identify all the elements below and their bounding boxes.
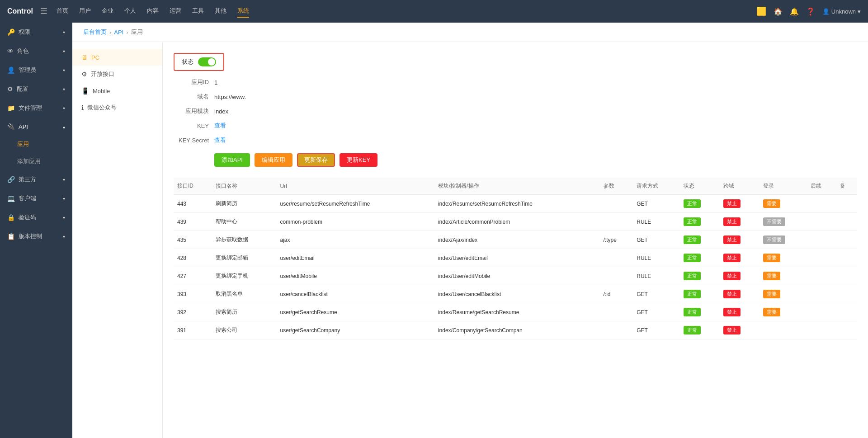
edit-app-button[interactable]: 编辑应用 — [255, 153, 292, 167]
sidebar-item-permissions[interactable]: 🔑 权限 ▾ — [0, 23, 72, 42]
form-value-module: index — [214, 108, 228, 115]
sidebar-item-role[interactable]: 👁 角色 ▾ — [0, 42, 72, 61]
sidebar-item-thirdparty[interactable]: 🔗 第三方 ▾ — [0, 170, 72, 189]
form-row-keysecret: KEY Secret 查看 — [174, 136, 857, 144]
cell-id: 392 — [174, 303, 212, 321]
bell-icon[interactable]: 🔔 — [790, 7, 799, 16]
nav-system[interactable]: 系统 — [237, 5, 249, 18]
sidebar-label-admin: 管理员 — [19, 66, 36, 74]
left-panel-mobile[interactable]: 📱 Mobile — [72, 83, 162, 99]
cell-method: RULE — [633, 267, 680, 285]
cell-login: 不需要 — [760, 213, 807, 231]
help-icon[interactable]: ❓ — [806, 7, 815, 16]
cell-param — [600, 213, 633, 231]
cell-followup — [807, 321, 836, 339]
cell-url: user/editEmail — [277, 249, 434, 267]
table-row: 393 取消黑名单 user/cancelBlacklist index/Use… — [174, 285, 857, 303]
nav-enterprise[interactable]: 企业 — [102, 5, 113, 18]
home-icon[interactable]: 🏠 — [774, 7, 783, 16]
cell-followup — [807, 195, 836, 213]
table-row: 427 更换绑定手机 user/editMobile index/User/ed… — [174, 267, 857, 285]
breadcrumb-api[interactable]: API — [114, 29, 123, 36]
table-row: 443 刷新简历 user/resume/setResumeRefreshTim… — [174, 195, 857, 213]
nav-user[interactable]: 用户 — [79, 5, 91, 18]
cell-id: 435 — [174, 231, 212, 249]
cell-cross: 禁止 — [720, 249, 760, 267]
sidebar-item-files[interactable]: 📁 文件管理 ▾ — [0, 99, 72, 118]
cell-followup — [807, 249, 836, 267]
sidebar-label-api: API — [19, 123, 28, 130]
cell-url: user/getSearchResume — [277, 303, 434, 321]
form-label-appid: 应用ID — [174, 78, 214, 86]
cell-url: user/cancelBlacklist — [277, 285, 434, 303]
form-label-domain: 域名 — [174, 93, 214, 101]
breadcrumb-separator-2: › — [126, 29, 128, 36]
cell-status: 正常 — [680, 213, 720, 231]
left-panel-pc[interactable]: 🖥 PC — [72, 49, 162, 66]
col-header-url: Url — [277, 178, 434, 195]
cell-followup — [807, 303, 836, 321]
user-menu[interactable]: 👤 Unknown ▾ — [822, 8, 861, 15]
form-row-domain: 域名 https://www. — [174, 93, 857, 101]
sidebar-item-client[interactable]: 💻 客户端 ▾ — [0, 189, 72, 208]
left-panel-open-api[interactable]: ⚙ 开放接口 — [72, 66, 162, 83]
cell-status: 正常 — [680, 285, 720, 303]
cell-id: 427 — [174, 267, 212, 285]
hamburger-icon[interactable]: ☰ — [40, 6, 47, 16]
breadcrumb-current: 应用 — [131, 28, 143, 36]
chevron-icon-api: ▴ — [63, 124, 65, 129]
breadcrumb-separator-1: › — [109, 29, 111, 36]
cell-cross: 禁止 — [720, 231, 760, 249]
cell-note — [836, 195, 857, 213]
form-row-key: KEY 查看 — [174, 122, 857, 130]
cell-url: ajax — [277, 231, 434, 249]
user-name: Unknown — [831, 8, 856, 15]
cell-param — [600, 303, 633, 321]
app-logo: Control — [7, 7, 33, 15]
nav-home[interactable]: 首页 — [57, 5, 68, 18]
info-icon: ℹ — [81, 104, 84, 111]
right-panel: 状态 应用ID 1 域名 https://www. 应用模块 index — [163, 42, 868, 438]
sidebar-item-api[interactable]: 🔌 API ▴ — [0, 118, 72, 136]
sidebar-sub-app[interactable]: 应用 — [0, 136, 72, 153]
cell-note — [836, 303, 857, 321]
form-value-appid: 1 — [214, 79, 217, 86]
left-panel-wechat[interactable]: ℹ 微信公众号 — [72, 99, 162, 116]
breadcrumb-home[interactable]: 后台首页 — [83, 28, 107, 36]
update-key-button[interactable]: 更新KEY — [340, 153, 377, 167]
cell-url: user/getSearchCompany — [277, 321, 434, 339]
cell-cross: 禁止 — [720, 285, 760, 303]
col-header-followup: 后续 — [807, 178, 836, 195]
nav-other[interactable]: 其他 — [215, 5, 226, 18]
nav-content[interactable]: 内容 — [147, 5, 159, 18]
sidebar-label-files: 文件管理 — [19, 104, 42, 112]
sidebar-label-thirdparty: 第三方 — [19, 175, 36, 184]
sidebar-sub-add-app[interactable]: 添加应用 — [0, 153, 72, 170]
update-save-button[interactable]: 更新保存 — [297, 153, 335, 167]
cell-name: 更换绑定手机 — [212, 267, 277, 285]
form-value-keysecret[interactable]: 查看 — [214, 136, 226, 144]
clipboard-icon: 📋 — [7, 233, 15, 240]
cell-url: user/resume/setResumeRefreshTime — [277, 195, 434, 213]
nav-tools[interactable]: 工具 — [192, 5, 204, 18]
chevron-down-icon: ▾ — [858, 8, 861, 15]
eye-icon: 👁 — [7, 47, 14, 55]
breadcrumb: 后台首页 › API › 应用 — [72, 23, 868, 42]
status-toggle[interactable] — [198, 57, 216, 66]
sidebar-item-config[interactable]: ⚙ 配置 ▾ — [0, 80, 72, 99]
add-api-button[interactable]: 添加API — [214, 153, 250, 167]
cell-status: 正常 — [680, 303, 720, 321]
cell-id: 391 — [174, 321, 212, 339]
status-box: 状态 — [174, 53, 224, 71]
nav-personal[interactable]: 个人 — [124, 5, 136, 18]
cell-login: 需要 — [760, 267, 807, 285]
form-value-key[interactable]: 查看 — [214, 122, 226, 130]
sidebar-item-captcha[interactable]: 🔒 验证码 ▾ — [0, 208, 72, 227]
chevron-icon-thirdparty: ▾ — [63, 177, 65, 182]
cell-id: 393 — [174, 285, 212, 303]
sidebar-item-version[interactable]: 📋 版本控制 ▾ — [0, 227, 72, 246]
form-row-appid: 应用ID 1 — [174, 78, 857, 86]
cell-status: 正常 — [680, 195, 720, 213]
nav-ops[interactable]: 运营 — [170, 5, 181, 18]
sidebar-item-admin[interactable]: 👤 管理员 ▾ — [0, 61, 72, 80]
